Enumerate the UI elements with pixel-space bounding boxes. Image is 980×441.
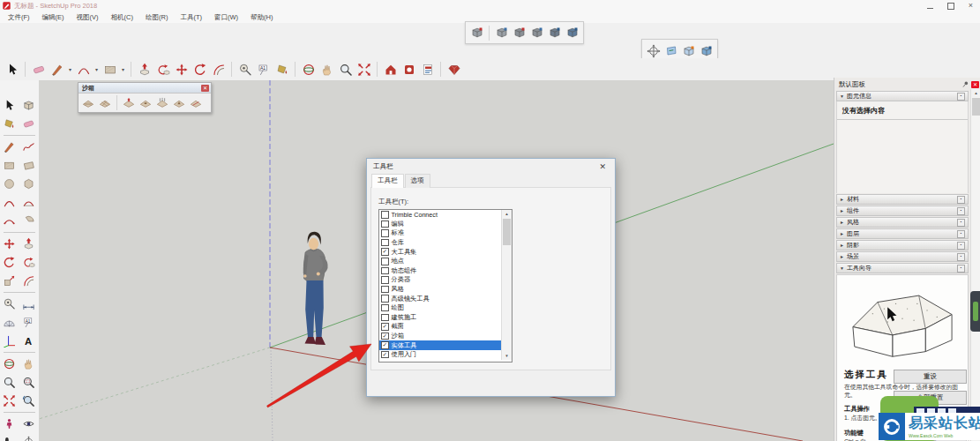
section-detach-icon[interactable]: ▪ xyxy=(957,219,965,227)
dropdown-arrow-icon[interactable]: ▾ xyxy=(120,66,126,72)
send-to-layout-icon[interactable] xyxy=(419,61,436,78)
follow-me-icon[interactable] xyxy=(19,253,38,272)
trim-icon[interactable] xyxy=(546,25,563,41)
checkbox-icon[interactable] xyxy=(381,286,389,294)
menu-item-draw[interactable]: 绘图(R) xyxy=(139,11,174,23)
offset-icon[interactable] xyxy=(19,272,38,290)
minimize-icon[interactable] xyxy=(927,8,933,9)
polygon-icon[interactable] xyxy=(19,175,38,193)
text-icon[interactable]: A1 xyxy=(255,61,272,78)
panel-section-styles[interactable]: ►风格▪ xyxy=(836,217,969,228)
dialog-close-icon[interactable]: ✕ xyxy=(596,162,609,171)
zoom-extents-icon[interactable] xyxy=(0,392,19,410)
toolbar-list-item[interactable]: 仓库 xyxy=(379,238,512,248)
menu-item-help[interactable]: 帮助(H) xyxy=(244,11,279,23)
panel-section-instructor[interactable]: ▼ 工具向导 ▪ xyxy=(836,263,969,273)
section-detach-icon[interactable]: ▪ xyxy=(957,253,965,261)
section-detach-icon[interactable]: ▪ xyxy=(957,242,965,250)
scale-figure-person[interactable] xyxy=(303,232,328,346)
panel-section-entity-info[interactable]: ▼ 图元信息 ▪ xyxy=(836,91,969,101)
make-component-icon[interactable] xyxy=(19,96,38,115)
line-icon[interactable] xyxy=(49,61,65,78)
tab-options[interactable]: 选项 xyxy=(405,174,430,188)
zoom-window-icon[interactable] xyxy=(19,373,38,392)
checkbox-icon[interactable] xyxy=(381,276,389,284)
menu-item-tools[interactable]: 工具(T) xyxy=(174,11,208,23)
move-icon[interactable] xyxy=(173,61,190,78)
dialog-titlebar[interactable]: 工具栏 ✕ xyxy=(367,159,615,174)
panel-scrollbar[interactable]: ▲ xyxy=(970,89,980,441)
offset-icon[interactable] xyxy=(210,61,227,78)
menu-item-camera[interactable]: 相机(C) xyxy=(105,11,139,23)
text-icon[interactable]: A1 xyxy=(19,313,38,332)
rotate-icon[interactable] xyxy=(191,61,208,78)
eraser-icon[interactable] xyxy=(30,61,47,78)
toolbar-list-item[interactable]: 绘图 xyxy=(379,303,512,313)
freehand-icon[interactable] xyxy=(19,138,38,156)
toolbar-list-item[interactable]: 风格 xyxy=(379,285,512,295)
tab-toolbars[interactable]: 工具栏 xyxy=(371,174,404,188)
panel-section-shadows[interactable]: ►阴影▪ xyxy=(836,240,969,250)
scroll-thumb[interactable] xyxy=(503,219,511,245)
two-point-arc-icon[interactable] xyxy=(19,193,38,212)
zoom-extents-icon[interactable] xyxy=(355,61,372,78)
panel-section-materials[interactable]: ►材料▪ xyxy=(836,194,969,205)
sandbox-titlebar[interactable]: 沙箱 ✕ xyxy=(79,83,211,93)
scroll-down-icon[interactable]: ▼ xyxy=(502,352,512,360)
dimension-icon[interactable] xyxy=(19,295,38,313)
checkbox-icon[interactable] xyxy=(381,229,389,237)
orbit-icon[interactable] xyxy=(0,355,19,373)
toolbar-list-item[interactable]: 编辑 xyxy=(379,220,512,229)
look-around-icon[interactable] xyxy=(19,415,38,433)
union-icon[interactable] xyxy=(511,25,527,41)
from-contours-icon[interactable] xyxy=(80,96,96,110)
toolbar-list-item[interactable]: ✓沙箱 xyxy=(379,332,512,341)
toolbar-list-item[interactable]: 动态组件 xyxy=(379,266,512,276)
toolbar-list-item[interactable]: Trimble Connect xyxy=(379,210,512,220)
select-tool-icon[interactable] xyxy=(4,61,20,78)
toolbar-list-item[interactable]: 标准 xyxy=(379,228,512,238)
toolbar-list-item[interactable]: 高级镜头工具 xyxy=(379,294,512,303)
toolbar-list-item[interactable]: ✓大工具集 xyxy=(379,247,512,257)
toolbar-list-item[interactable]: ✓实体工具 xyxy=(379,340,512,350)
checkbox-checked-icon[interactable]: ✓ xyxy=(381,333,389,340)
checkbox-icon[interactable] xyxy=(381,267,389,275)
three-point-arc-icon[interactable] xyxy=(0,212,19,230)
previous-view-icon[interactable] xyxy=(19,392,38,410)
pie-icon[interactable] xyxy=(19,212,38,230)
toolbar-listbox[interactable]: Trimble Connect编辑标准仓库✓大工具集地点动态组件分类器风格高级镜… xyxy=(378,209,512,363)
checkbox-icon[interactable] xyxy=(381,314,389,322)
section-detach-icon[interactable]: ▪ xyxy=(957,196,965,204)
walk-icon[interactable] xyxy=(0,433,19,441)
extension-warehouse-icon[interactable] xyxy=(400,61,417,78)
smoove-icon[interactable] xyxy=(121,96,137,110)
tape-measure-icon[interactable] xyxy=(0,295,19,313)
section-detach-icon[interactable]: ▪ xyxy=(957,265,965,273)
menu-item-file[interactable]: 文件(F) xyxy=(2,11,36,23)
outer-shell-icon[interactable] xyxy=(468,25,485,41)
zoom-icon[interactable] xyxy=(0,373,19,392)
toolbar-list-item[interactable]: 分类器 xyxy=(379,275,512,285)
panel-section-layers[interactable]: ►图层▪ xyxy=(836,228,969,239)
menu-item-view[interactable]: 视图(V) xyxy=(71,11,105,23)
toolbar-list-item[interactable]: 建筑施工 xyxy=(379,313,512,323)
display-section-fill-icon[interactable] xyxy=(698,43,714,60)
display-section-cuts-icon[interactable] xyxy=(680,43,697,60)
checkbox-icon[interactable] xyxy=(381,304,389,312)
checkbox-icon[interactable] xyxy=(381,239,389,247)
stamp-icon[interactable] xyxy=(138,96,153,110)
subtract-icon[interactable] xyxy=(528,25,545,41)
section-detach-icon[interactable]: ▪ xyxy=(957,230,965,238)
protractor-icon[interactable] xyxy=(0,313,19,332)
rectangle-icon[interactable] xyxy=(0,156,19,175)
panel-section-components[interactable]: ►组件▪ xyxy=(836,206,969,216)
rectangle-icon[interactable] xyxy=(101,61,118,78)
scroll-up-icon[interactable]: ▲ xyxy=(502,210,512,218)
sandbox-close-icon[interactable]: ✕ xyxy=(201,85,209,92)
listbox-scrollbar[interactable]: ▲ ▼ xyxy=(501,210,512,360)
scale-icon[interactable] xyxy=(0,272,19,290)
section-detach-icon[interactable]: ▪ xyxy=(957,93,965,101)
orbit-icon[interactable] xyxy=(300,61,317,78)
position-camera-icon[interactable] xyxy=(0,415,19,433)
arc-icon[interactable] xyxy=(75,61,92,78)
